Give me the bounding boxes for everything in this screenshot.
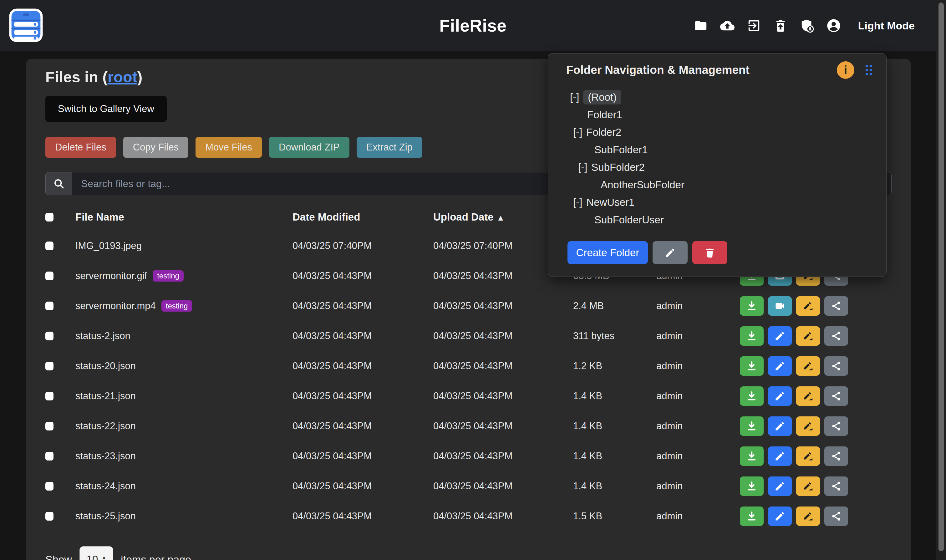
share-button[interactable] [824, 446, 848, 466]
rename-button[interactable] [796, 326, 820, 346]
download-button[interactable] [740, 446, 764, 466]
move-files-button[interactable]: Move Files [195, 137, 262, 158]
trash-icon [704, 247, 715, 258]
tree-item-newuser1[interactable]: [-]NewUser1 [548, 194, 886, 211]
page-title-prefix: Files in ( [45, 69, 108, 85]
rename-button[interactable] [796, 506, 820, 526]
create-folder-button[interactable]: Create Folder [568, 241, 648, 264]
delete-files-button[interactable]: Delete Files [45, 137, 116, 158]
share-button[interactable] [824, 356, 848, 376]
file-name: servermonitor.gif [75, 270, 147, 282]
tree-item-label: Folder1 [587, 109, 622, 121]
select-all-checkbox[interactable] [45, 213, 54, 222]
edit-button[interactable] [768, 386, 792, 406]
extract-zip-button[interactable]: Extract Zip [357, 137, 422, 158]
scrollbar-track[interactable] [936, 0, 946, 560]
theme-toggle[interactable]: Light Mode [856, 19, 917, 32]
select-arrows-icon: ▲▼ [102, 555, 106, 560]
share-button[interactable] [824, 416, 848, 436]
tree-item-subfolder1[interactable]: SubFolder1 [548, 141, 886, 158]
download-button[interactable] [740, 326, 764, 346]
tree-item-subfolder2[interactable]: [-]SubFolder2 [548, 158, 886, 176]
column-header-date-modified[interactable]: Date Modified [292, 211, 433, 223]
table-row: status-25.json 04/03/25 04:43PM 04/03/25… [26, 501, 911, 531]
row-checkbox[interactable] [45, 272, 54, 280]
date-modified: 04/03/25 04:43PM [292, 451, 433, 462]
items-per-page-select[interactable]: 10 ▲▼ [80, 546, 113, 560]
edit-button[interactable] [768, 326, 792, 346]
tree-item-label: SubFolder1 [594, 144, 648, 156]
trash-restore-icon[interactable] [773, 18, 788, 33]
cloud-upload-icon[interactable] [720, 18, 735, 33]
tree-item-subfolderuser[interactable]: SubFolderUser [548, 211, 886, 229]
date-modified: 04/03/25 04:43PM [292, 300, 433, 312]
tree-item-root[interactable]: [-](Root) [548, 89, 886, 106]
preview-button[interactable] [768, 296, 792, 316]
file-size: 311 bytes [573, 330, 656, 342]
tree-item-folder2[interactable]: [-]Folder2 [548, 123, 886, 141]
uploader: admin [656, 330, 740, 342]
date-modified: 04/03/25 04:43PM [292, 391, 433, 402]
logout-icon[interactable] [747, 18, 761, 33]
tree-item-folder1[interactable]: Folder1 [548, 106, 886, 123]
root-folder-link[interactable]: root [108, 69, 137, 85]
file-size: 1.5 KB [573, 511, 656, 522]
edit-button[interactable] [768, 506, 792, 526]
share-button[interactable] [824, 326, 848, 346]
row-checkbox[interactable] [45, 332, 54, 340]
download-button[interactable] [740, 506, 764, 526]
rename-button[interactable] [796, 446, 820, 466]
rename-folder-button[interactable] [652, 241, 688, 264]
row-checkbox[interactable] [45, 512, 54, 521]
folder-tree: [-](Root) Folder1 [-]Folder2 SubFolder1 … [548, 87, 886, 229]
download-button[interactable] [740, 416, 764, 436]
share-button[interactable] [824, 296, 848, 316]
date-modified: 04/03/25 04:43PM [292, 330, 433, 342]
edit-button[interactable] [768, 416, 792, 436]
row-checkbox[interactable] [45, 482, 54, 491]
table-row: status-24.json 04/03/25 04:43PM 04/03/25… [26, 471, 911, 501]
download-button[interactable] [740, 356, 764, 376]
tree-item-label: SubFolderUser [594, 214, 664, 226]
row-checkbox[interactable] [45, 242, 54, 250]
account-icon[interactable] [826, 18, 841, 33]
date-modified: 04/03/25 04:43PM [292, 480, 433, 492]
uploader: admin [656, 300, 740, 312]
delete-folder-button[interactable] [692, 241, 728, 264]
scrollbar-thumb[interactable] [938, 3, 944, 551]
rename-button[interactable] [796, 386, 820, 406]
copy-files-button[interactable]: Copy Files [123, 137, 188, 158]
info-icon[interactable]: i [837, 61, 854, 79]
file-size: 1.2 KB [573, 360, 656, 372]
row-checkbox[interactable] [45, 422, 54, 431]
table-row: status-20.json 04/03/25 04:43PM 04/03/25… [26, 351, 911, 381]
rename-button[interactable] [796, 356, 820, 376]
share-button[interactable] [824, 477, 848, 496]
uploader: admin [656, 391, 740, 402]
folder-icon[interactable] [694, 18, 708, 33]
switch-gallery-button[interactable]: Switch to Gallery View [45, 96, 167, 122]
rename-button[interactable] [796, 416, 820, 436]
rename-button[interactable] [796, 477, 820, 496]
rename-button[interactable] [796, 296, 820, 316]
shield-user-icon[interactable] [800, 18, 814, 33]
file-tag: testing [153, 270, 184, 282]
download-button[interactable] [740, 386, 764, 406]
edit-button[interactable] [768, 477, 792, 496]
row-checkbox[interactable] [45, 302, 54, 310]
row-checkbox[interactable] [45, 452, 54, 460]
drag-handle-icon[interactable] [862, 63, 875, 77]
tree-item-anothersubfolder[interactable]: AnotherSubFolder [548, 176, 886, 194]
edit-button[interactable] [768, 356, 792, 376]
column-header-file-name[interactable]: File Name [75, 211, 292, 223]
share-button[interactable] [824, 386, 848, 406]
download-zip-button[interactable]: Download ZIP [269, 137, 349, 158]
page-title: Files in (root) [45, 68, 142, 86]
edit-button[interactable] [768, 446, 792, 466]
pagination: Show 10 ▲▼ items per page [45, 546, 191, 560]
share-button[interactable] [824, 506, 848, 526]
row-checkbox[interactable] [45, 392, 54, 400]
download-button[interactable] [740, 296, 764, 316]
download-button[interactable] [740, 477, 764, 496]
row-checkbox[interactable] [45, 362, 54, 371]
